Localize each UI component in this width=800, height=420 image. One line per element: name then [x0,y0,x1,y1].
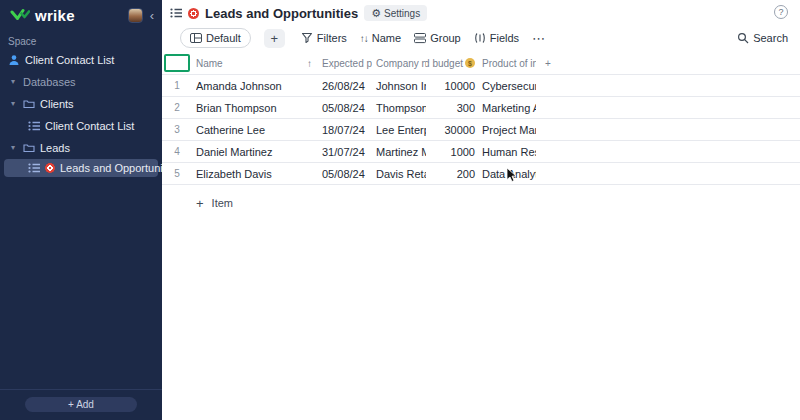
table-row[interactable]: 4 Daniel Martinez 31/07/24 Martinez Man … [162,141,800,163]
cell-product[interactable]: Cybersecurity [478,80,536,92]
cell-product[interactable]: Marketing Aut [478,102,536,114]
sidebar-item-label: Client Contact List [45,120,134,132]
table-view-icon [28,162,40,174]
table-view-icon [28,120,40,132]
row-number: 1 [162,80,192,91]
column-header-name[interactable]: Name ↑ [192,58,318,69]
sidebar-item-client-contact-list-top[interactable]: Client Contact List [0,51,162,68]
more-options-button[interactable]: ⋯ [532,31,546,46]
wrike-logo-text: wrike [35,7,75,24]
help-icon[interactable]: ? [774,5,788,19]
view-selector-button[interactable]: Default [180,28,251,48]
column-header-company-name[interactable]: Company na [372,58,426,69]
column-header-product-of-interest[interactable]: Product of in [478,58,536,69]
sort-button[interactable]: ↑↓ Name [360,32,401,44]
sidebar-footer: + Add [0,389,162,420]
cell-expected-purchase[interactable]: 26/08/24 [318,80,372,92]
dart-target-icon [45,163,55,173]
sidebar-item-databases[interactable]: ▾ Databases [0,73,162,90]
wrike-logo-icon [10,8,30,22]
search-icon [737,32,749,44]
table-row[interactable]: 3 Catherine Lee 18/07/24 Lee Enterpris 3… [162,119,800,141]
table-row[interactable]: 1 Amanda Johnson 26/08/24 Johnson Inno 1… [162,75,800,97]
columns-icon [474,32,486,44]
fields-label: Fields [490,32,519,44]
sidebar-item-leads-folder[interactable]: ▾ Leads [0,139,162,156]
cell-name[interactable]: Daniel Martinez [192,146,318,158]
sidebar-item-clients-folder[interactable]: ▾ Clients [0,95,162,112]
user-avatar[interactable] [128,8,143,23]
cell-name[interactable]: Elizabeth Davis [192,168,318,180]
search-button[interactable]: Search [737,32,788,44]
cell-product[interactable]: Data Analytic [478,168,536,180]
page-header: Leads and Opportunities ⚙ Settings ? [162,0,800,26]
sort-arrows-icon: ↑↓ [360,33,368,44]
cell-expected-purchase[interactable]: 05/08/24 [318,102,372,114]
fields-button[interactable]: Fields [474,32,519,44]
dart-target-icon [188,8,199,19]
gear-icon: ⚙ [371,8,381,19]
cell-product[interactable]: Project Mana [478,124,536,136]
select-all-cell[interactable] [162,54,192,72]
sidebar-item-leads-and-opportunities[interactable]: Leads and Opportunities [4,159,158,177]
add-item-button[interactable]: + Item [162,191,800,215]
sidebar-item-label: Leads [40,142,70,154]
group-rows-icon [414,32,426,44]
chevron-down-icon[interactable]: ▾ [8,143,18,152]
money-bag-icon: $ [465,58,475,68]
collapse-sidebar-icon[interactable]: ‹ [150,9,154,22]
settings-label: Settings [384,8,420,19]
person-icon [8,54,20,66]
add-button[interactable]: + Add [25,397,137,412]
column-header-budget[interactable]: ted budget $ [426,58,478,69]
filters-label: Filters [317,32,347,44]
cell-company[interactable]: Davis Retail G [372,168,426,180]
data-table: Name ↑ Expected pu Company na ted budget… [162,52,800,215]
row-number: 4 [162,146,192,157]
cell-company[interactable]: Johnson Inno [372,80,426,92]
cell-company[interactable]: Lee Enterpris [372,124,426,136]
filters-button[interactable]: Filters [301,32,347,44]
chevron-down-icon[interactable]: ▾ [8,77,18,86]
sidebar-item-label: Clients [40,98,74,110]
cell-budget[interactable]: 300 [426,102,478,114]
chevron-down-icon[interactable]: ▾ [8,99,18,108]
cell-company[interactable]: Thompson & C [372,102,426,114]
space-label: Space [0,30,162,51]
sort-ascending-icon[interactable]: ↑ [307,58,318,69]
cell-product[interactable]: Human Resou [478,146,536,158]
view-name: Default [206,32,241,44]
add-column-button[interactable]: + [536,58,560,69]
table-row[interactable]: 5 Elizabeth Davis 05/08/24 Davis Retail … [162,163,800,185]
cell-company[interactable]: Martinez Man [372,146,426,158]
folder-icon [23,143,35,153]
sidebar: wrike ‹ Space Client Contact List ▾ Data… [0,0,162,420]
cell-name[interactable]: Brian Thompson [192,102,318,114]
table-header-row: Name ↑ Expected pu Company na ted budget… [162,52,800,75]
toolbar: Default + Filters ↑↓ Name [162,26,800,50]
cell-expected-purchase[interactable]: 05/08/24 [318,168,372,180]
sort-field-label: Name [372,32,401,44]
cell-budget[interactable]: 200 [426,168,478,180]
add-view-button[interactable]: + [264,29,285,48]
settings-button[interactable]: ⚙ Settings [364,5,427,21]
cell-name[interactable]: Catherine Lee [192,124,318,136]
cell-budget[interactable]: 1000 [426,146,478,158]
wrike-app-window: wrike ‹ Space Client Contact List ▾ Data… [0,0,800,420]
table-row[interactable]: 2 Brian Thompson 05/08/24 Thompson & C 3… [162,97,800,119]
cell-expected-purchase[interactable]: 31/07/24 [318,146,372,158]
cell-budget[interactable]: 30000 [426,124,478,136]
cell-budget[interactable]: 10000 [426,80,478,92]
row-number: 3 [162,124,192,135]
table-view-icon [170,7,182,19]
column-header-expected-purchase[interactable]: Expected pu [318,58,372,69]
cell-name[interactable]: Amanda Johnson [192,80,318,92]
sidebar-header: wrike ‹ [0,0,162,30]
sidebar-item-client-contact-list[interactable]: Client Contact List [0,117,162,134]
funnel-icon [301,32,313,44]
group-button[interactable]: Group [414,32,461,44]
main-content: Leads and Opportunities ⚙ Settings ? Def… [162,0,800,420]
page-title: Leads and Opportunities [205,6,358,21]
sidebar-item-label: Databases [23,76,76,88]
cell-expected-purchase[interactable]: 18/07/24 [318,124,372,136]
